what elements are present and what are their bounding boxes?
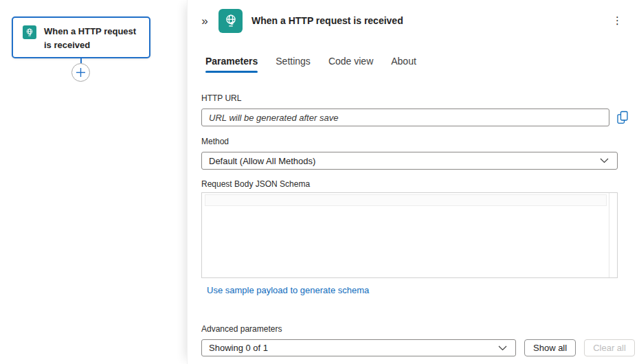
editor-current-line — [205, 194, 607, 206]
tab-parameters[interactable]: Parameters — [205, 56, 258, 73]
schema-editor[interactable] — [201, 192, 618, 278]
trigger-card[interactable]: When a HTTP request is received — [12, 16, 150, 58]
method-dropdown-value: Default (Allow All Methods) — [209, 156, 315, 166]
collapse-panel-icon[interactable]: » — [197, 15, 212, 27]
http-request-icon — [23, 25, 36, 39]
parameters-content: HTTP URL Method Default (Allow All Metho… — [188, 93, 639, 356]
http-url-label: HTTP URL — [201, 93, 639, 103]
http-request-icon — [218, 9, 243, 33]
flow-canvas: When a HTTP request is received — [0, 0, 187, 364]
tab-settings[interactable]: Settings — [276, 56, 311, 73]
chevron-down-icon — [498, 345, 507, 351]
method-label: Method — [201, 137, 639, 146]
plus-icon — [76, 67, 86, 78]
advanced-parameters-label: Advanced parameters — [201, 324, 639, 334]
tab-about[interactable]: About — [391, 56, 416, 73]
copy-icon — [616, 111, 629, 124]
editor-scrollbar[interactable] — [609, 193, 617, 277]
advanced-parameters-dropdown[interactable]: Showing 0 of 1 — [201, 339, 516, 356]
panel-header: » When a HTTP request is received ⋮ — [197, 8, 625, 33]
copy-url-button[interactable] — [616, 110, 629, 125]
parameters-panel: » When a HTTP request is received ⋮ Para… — [187, 0, 639, 364]
advanced-parameters-section: Advanced parameters Showing 0 of 1 Show … — [201, 324, 639, 356]
http-url-section: HTTP URL — [201, 93, 639, 126]
show-all-button[interactable]: Show all — [524, 339, 576, 356]
http-url-input[interactable] — [201, 109, 609, 126]
trigger-card-label: When a HTTP request is received — [44, 25, 142, 52]
advanced-dropdown-value: Showing 0 of 1 — [209, 343, 268, 353]
method-dropdown[interactable]: Default (Allow All Methods) — [201, 152, 618, 170]
tab-code-view[interactable]: Code view — [328, 56, 373, 73]
use-sample-payload-link[interactable]: Use sample payload to generate schema — [207, 285, 369, 295]
schema-section: Request Body JSON Schema Use sample payl… — [201, 179, 639, 296]
connector-line — [80, 58, 82, 63]
add-step-button[interactable] — [71, 63, 90, 82]
panel-tabs: Parameters Settings Code view About — [188, 56, 639, 73]
more-options-icon[interactable]: ⋮ — [610, 14, 625, 27]
clear-all-button[interactable]: Clear all — [584, 339, 635, 356]
panel-title: When a HTTP request is received — [251, 15, 403, 26]
chevron-down-icon — [600, 158, 609, 163]
method-section: Method Default (Allow All Methods) — [201, 137, 639, 170]
schema-label: Request Body JSON Schema — [201, 179, 639, 189]
